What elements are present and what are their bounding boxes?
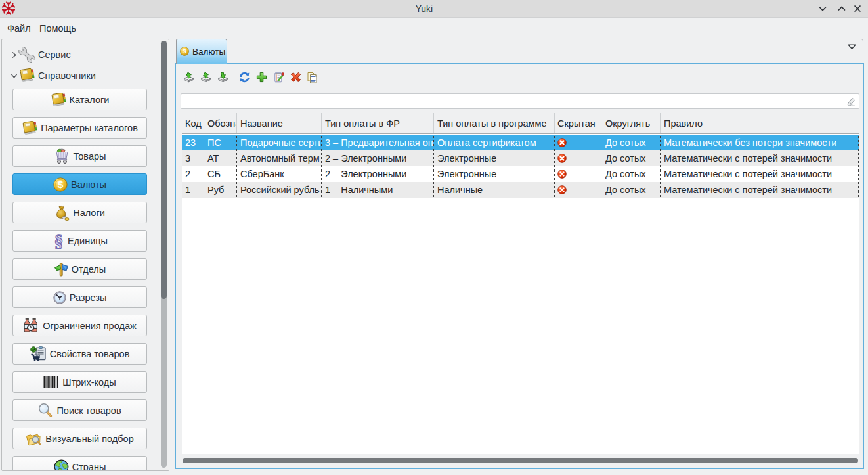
svg-text:S: S xyxy=(183,47,186,55)
svg-text:$: $ xyxy=(58,179,64,190)
svg-text:§: § xyxy=(54,233,64,249)
